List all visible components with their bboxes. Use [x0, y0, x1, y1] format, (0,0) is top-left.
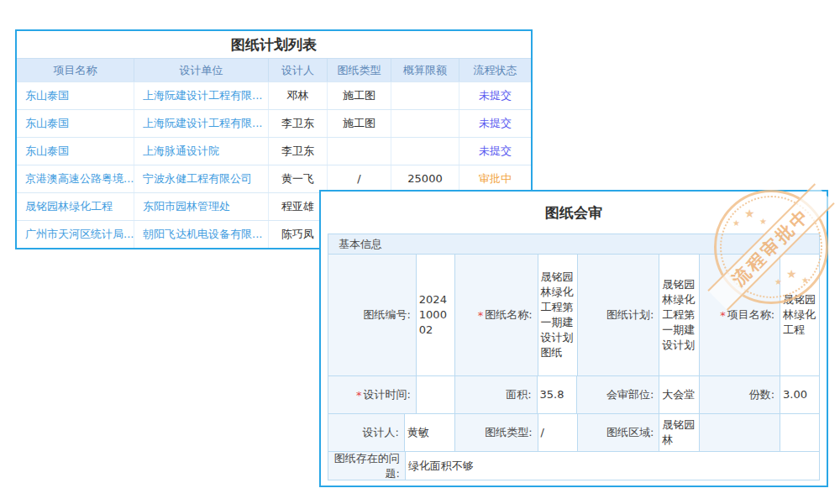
- plan-list-title: 图纸计划列表: [17, 31, 531, 58]
- required-asterisk-icon: *: [720, 309, 726, 322]
- budget-limit-cell: [391, 82, 459, 109]
- design-unit-link[interactable]: 上海阮建设计工程有限...: [134, 82, 269, 109]
- project-name-link[interactable]: 东山泰国: [17, 110, 134, 137]
- form-label-cell: *项目名称:: [700, 255, 780, 375]
- designer-cell: 李卫东: [269, 138, 328, 165]
- form-label-cell: 设计人:: [328, 414, 405, 451]
- form-value-cell: 晟铭园林绿化工程第一期建设计划: [659, 255, 700, 375]
- form-label-cell: 图纸区域:: [578, 414, 660, 451]
- form-value-cell: 晟铭园林绿化工程: [780, 255, 819, 375]
- column-header-4: 图纸类型: [328, 59, 391, 81]
- status-link[interactable]: 审批中: [459, 165, 531, 192]
- form-row: 图纸存在的问题:绿化面积不够: [328, 452, 819, 480]
- project-name-link[interactable]: 晟铭园林绿化工程: [17, 193, 134, 220]
- status-link[interactable]: 未提交: [459, 138, 531, 165]
- form-label-cell: 份数:: [700, 376, 780, 413]
- designer-cell: 邓林: [269, 82, 328, 109]
- screen: 图纸计划列表 项目名称设计单位设计人图纸类型概算限额流程状态 东山泰国上海阮建设…: [0, 0, 840, 504]
- form-label-cell: *图纸名称:: [455, 255, 538, 375]
- form-value-cell: [780, 414, 819, 451]
- form-value-cell: [417, 376, 455, 413]
- drawing-type-cell: 施工图: [328, 110, 391, 137]
- form-value-cell: 2024100002: [417, 255, 455, 375]
- table-row: 东山泰国上海阮建设计工程有限...邓林施工图未提交: [17, 81, 531, 109]
- form-value-cell: 大会堂: [659, 376, 700, 413]
- column-header-1: 项目名称: [17, 59, 134, 81]
- form-label-cell: [700, 414, 780, 451]
- form-label-cell: 图纸计划:: [578, 255, 659, 375]
- designer-cell: 李卫东: [269, 110, 328, 137]
- form-value-cell: 黄敏: [405, 414, 455, 451]
- form-value-cell: 晟铭园林绿化工程第一期建设计划图纸: [538, 255, 579, 375]
- table-row: 京港澳高速公路粤境...宁波永健工程有限公司黄一飞/25000审批中: [17, 165, 531, 192]
- status-link[interactable]: 未提交: [459, 82, 531, 109]
- column-header-6: 流程状态: [459, 59, 531, 81]
- drawing-type-cell: 施工图: [328, 82, 391, 109]
- review-form-table: 图纸编号:2024100002*图纸名称:晟铭园林绿化工程第一期建设计划图纸图纸…: [328, 254, 820, 480]
- form-value-cell: 晟铭园林: [659, 414, 700, 451]
- column-header-5: 概算限额: [391, 59, 459, 81]
- design-unit-link[interactable]: 宁波永健工程有限公司: [134, 165, 269, 192]
- budget-limit-cell: [391, 138, 459, 165]
- form-label-cell: 图纸存在的问题:: [328, 452, 406, 480]
- drawing-type-cell: /: [328, 165, 391, 192]
- design-unit-link[interactable]: 上海阮建设计工程有限...: [134, 110, 269, 137]
- design-unit-link[interactable]: 东阳市园林管理处: [134, 193, 269, 220]
- form-value-cell: 绿化面积不够: [406, 452, 819, 480]
- table-row: 东山泰国上海脉通设计院李卫东未提交: [17, 137, 531, 165]
- design-unit-link[interactable]: 上海脉通设计院: [134, 138, 269, 165]
- review-title: 图纸会审: [328, 202, 820, 223]
- designer-cell: 黄一飞: [269, 165, 328, 192]
- required-asterisk-icon: *: [478, 309, 484, 322]
- column-header-2: 设计单位: [134, 59, 269, 81]
- form-value-cell: 35.8: [538, 376, 578, 413]
- table-row: 东山泰国上海阮建设计工程有限...李卫东施工图未提交: [17, 109, 531, 137]
- project-name-link[interactable]: 广州市天河区统计局...: [17, 221, 134, 248]
- project-name-link[interactable]: 东山泰国: [17, 82, 134, 109]
- required-asterisk-icon: *: [356, 389, 362, 402]
- form-label-cell: 图纸编号:: [328, 255, 417, 375]
- project-name-link[interactable]: 京港澳高速公路粤境...: [17, 165, 134, 192]
- budget-limit-cell: [391, 110, 459, 137]
- drawing-type-cell: [328, 138, 391, 165]
- status-link[interactable]: 未提交: [459, 110, 531, 137]
- section-basic-info: 基本信息: [328, 234, 820, 254]
- form-row: 图纸编号:2024100002*图纸名称:晟铭园林绿化工程第一期建设计划图纸图纸…: [328, 255, 819, 376]
- column-header-3: 设计人: [269, 59, 328, 81]
- design-unit-link[interactable]: 朝阳飞达机电设备有限...: [134, 221, 269, 248]
- form-label-cell: 会审部位:: [577, 376, 659, 413]
- form-value-cell: /: [538, 414, 578, 451]
- project-name-link[interactable]: 东山泰国: [17, 138, 134, 165]
- form-row: 设计人:黄敏图纸类型:/图纸区域:晟铭园林: [328, 414, 819, 452]
- form-value-cell: 3.00: [780, 376, 819, 413]
- form-label-cell: 图纸类型:: [455, 414, 538, 451]
- review-panel: 图纸会审 基本信息 图纸编号:2024100002*图纸名称:晟铭园林绿化工程第…: [319, 190, 828, 487]
- form-row: *设计时间:面积:35.8会审部位:大会堂份数:3.00: [328, 376, 819, 414]
- form-label-cell: 面积:: [455, 376, 538, 413]
- plan-table-header: 项目名称设计单位设计人图纸类型概算限额流程状态: [17, 58, 531, 81]
- budget-limit-cell: 25000: [391, 165, 459, 192]
- form-label-cell: *设计时间:: [328, 376, 417, 413]
